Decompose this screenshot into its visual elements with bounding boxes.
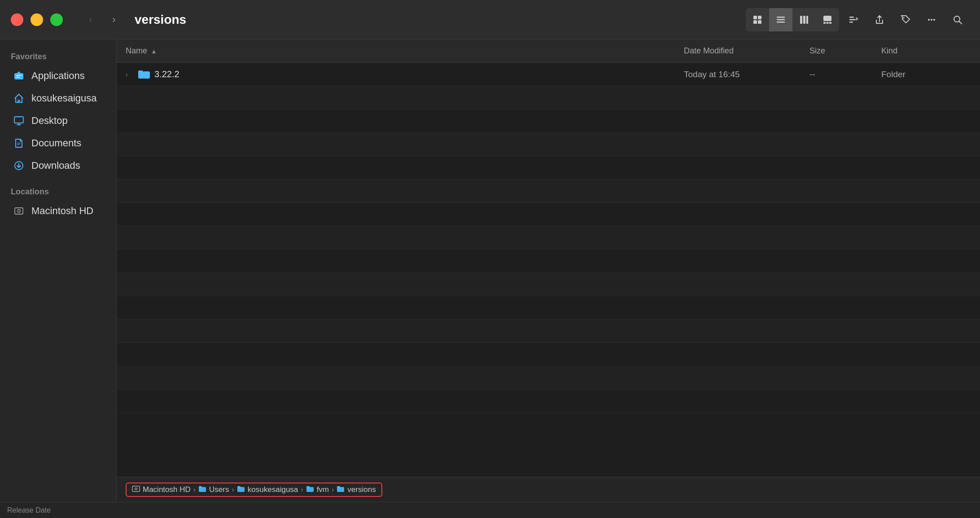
svg-rect-23 [16, 75, 22, 76]
path-item-users[interactable]: Users [198, 485, 229, 494]
titlebar: ‹ › versions [0, 0, 980, 40]
table-row[interactable]: › 3.22.2 Today at 16:45 -- Folder [117, 63, 980, 86]
svg-rect-4 [777, 17, 785, 18]
svg-rect-43 [306, 486, 310, 488]
svg-rect-0 [753, 16, 757, 19]
sidebar: Favorites Applications kosukes [0, 40, 117, 502]
path-breadcrumb: Macintosh HD › Users › [126, 483, 382, 497]
svg-rect-28 [17, 144, 20, 145]
tag-button[interactable] [894, 8, 917, 31]
sidebar-item-macintosh-hd[interactable]: Macintosh HD [4, 200, 113, 222]
back-button[interactable]: ‹ [81, 10, 101, 30]
path-user-folder-icon [237, 485, 245, 494]
svg-point-32 [18, 211, 19, 211]
svg-rect-2 [753, 20, 757, 24]
svg-rect-9 [806, 16, 808, 24]
file-size-cell: -- [809, 70, 881, 79]
sort-arrow-icon: ▲ [151, 48, 157, 55]
macintosh-hd-icon [13, 205, 25, 217]
file-kind-cell: Folder [881, 70, 971, 79]
file-list: › 3.22.2 Today at 16:45 -- Folder [117, 63, 980, 477]
macintosh-hd-label: Macintosh HD [31, 205, 93, 217]
path-hd-icon [132, 485, 140, 494]
locations-label: Locations [0, 184, 116, 199]
path-users-folder-icon [198, 485, 206, 494]
col-date-header[interactable]: Date Modified [684, 46, 809, 56]
svg-rect-39 [199, 486, 202, 488]
path-sep-3: › [301, 486, 303, 494]
close-button[interactable] [11, 13, 23, 26]
view-toggle-group [746, 8, 839, 31]
empty-row [117, 390, 980, 413]
svg-rect-8 [803, 16, 805, 24]
svg-rect-1 [758, 16, 761, 19]
svg-rect-45 [337, 486, 340, 488]
path-kosukesaigusa-label: kosukesaigusa [248, 485, 298, 494]
group-button[interactable] [842, 8, 865, 31]
expand-chevron-icon[interactable]: › [126, 71, 134, 78]
empty-row [117, 320, 980, 343]
path-fvm-label: fvm [317, 485, 329, 494]
forward-button[interactable]: › [104, 10, 124, 30]
empty-row [117, 226, 980, 250]
empty-row [117, 156, 980, 180]
col-kind-header[interactable]: Kind [881, 46, 971, 56]
sidebar-item-kosukesaigusa[interactable]: kosukesaigusa [4, 88, 113, 109]
empty-row [117, 296, 980, 320]
svg-rect-6 [777, 22, 785, 23]
svg-point-19 [931, 19, 932, 21]
traffic-lights [11, 13, 63, 26]
path-fvm-folder-icon [306, 485, 314, 494]
desktop-label: Desktop [31, 115, 68, 127]
path-sep-2: › [232, 486, 234, 494]
search-button[interactable] [946, 8, 969, 31]
svg-point-17 [903, 17, 905, 18]
svg-rect-13 [829, 22, 831, 24]
sidebar-item-desktop[interactable]: Desktop [4, 110, 113, 132]
empty-row [117, 250, 980, 273]
empty-row [117, 180, 980, 203]
svg-rect-25 [18, 100, 20, 102]
nav-buttons: ‹ › [81, 10, 124, 30]
documents-icon [13, 137, 25, 149]
svg-rect-27 [17, 143, 21, 144]
path-sep-4: › [332, 486, 334, 494]
col-size-header[interactable]: Size [809, 46, 881, 56]
svg-rect-7 [800, 16, 802, 24]
content: Name ▲ Date Modified Size Kind › 3.22 [117, 40, 980, 502]
path-sep-1: › [193, 486, 196, 494]
main-layout: Favorites Applications kosukes [0, 40, 980, 502]
minimize-button[interactable] [31, 13, 43, 26]
path-item-versions[interactable]: versions [337, 485, 376, 494]
svg-rect-22 [14, 73, 23, 79]
view-grid-button[interactable] [746, 8, 769, 31]
desktop-icon [13, 114, 25, 127]
sidebar-item-documents[interactable]: Documents [4, 132, 113, 154]
path-item-macintosh-hd[interactable]: Macintosh HD [132, 485, 191, 494]
path-item-kosukesaigusa[interactable]: kosukesaigusa [237, 485, 298, 494]
home-label: kosukesaigusa [31, 92, 97, 104]
svg-rect-34 [138, 70, 143, 73]
sidebar-item-downloads[interactable]: Downloads [4, 155, 113, 176]
window-title: versions [135, 13, 746, 27]
svg-rect-5 [777, 19, 785, 20]
more-button[interactable] [920, 8, 943, 31]
svg-rect-16 [849, 22, 853, 23]
folder-icon [138, 70, 150, 79]
column-headers: Name ▲ Date Modified Size Kind [117, 40, 980, 63]
path-bar: Macintosh HD › Users › [117, 477, 980, 502]
downloads-label: Downloads [31, 160, 80, 171]
svg-point-20 [933, 19, 935, 21]
maximize-button[interactable] [50, 13, 63, 26]
share-button[interactable] [868, 8, 891, 31]
col-name-header[interactable]: Name ▲ [126, 46, 684, 56]
file-date-cell: Today at 16:45 [684, 70, 809, 79]
view-gallery-button[interactable] [816, 8, 839, 31]
path-item-fvm[interactable]: fvm [306, 485, 329, 494]
svg-rect-10 [823, 16, 831, 21]
path-macintosh-hd-label: Macintosh HD [143, 485, 191, 494]
sidebar-item-applications[interactable]: Applications [4, 65, 113, 87]
view-column-button[interactable] [792, 8, 816, 31]
svg-point-37 [136, 488, 136, 489]
view-list-button[interactable] [769, 8, 792, 31]
